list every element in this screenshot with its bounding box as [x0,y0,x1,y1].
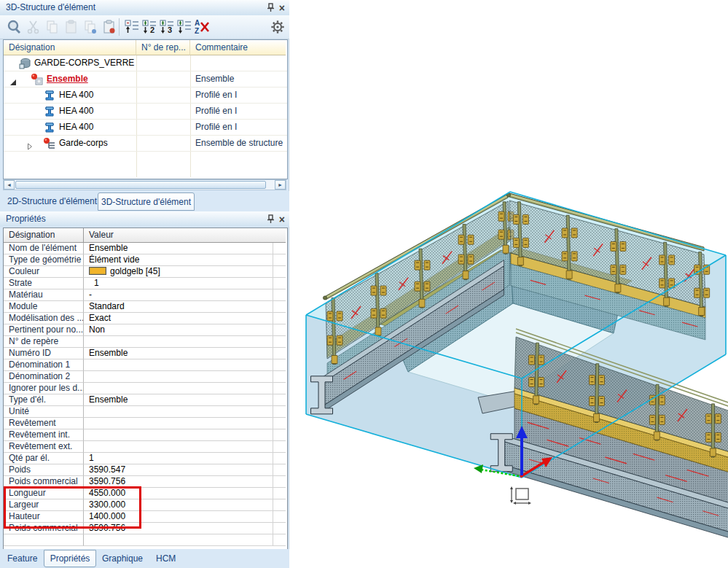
tab-hcm[interactable]: HCM [156,553,176,564]
column-header-repere[interactable]: N° de rep... [136,40,190,55]
properties-panel-titlebar: Propriétés × [0,211,289,227]
scroll-thumb[interactable] [15,181,266,189]
prop-row[interactable]: Numéro IDEnsemble [4,348,286,359]
horizontal-scrollbar[interactable]: ◄ ► [3,179,286,190]
scroll-left-button[interactable]: ◄ [4,180,15,190]
toolbar-expand-level-3-icon[interactable]: 3 [158,18,176,36]
prop-row[interactable]: Type d'él.Ensemble [4,394,286,406]
tree-item-icon-beam [43,121,56,137]
prop-header-valeur[interactable]: Valeur [84,228,286,243]
prop-row[interactable]: N° de repère [4,336,286,348]
tree-item-comment: Ensemble [195,71,234,87]
left-dock: 3D-Structure d'élément × 23AZ Désignatio… [0,0,289,568]
tree-item-label[interactable]: Ensemble [47,71,88,87]
close-icon[interactable]: × [279,3,285,13]
tree-expander[interactable] [26,140,34,153]
tree-item-icon-railing [43,137,56,153]
svg-text:Z: Z [195,27,199,35]
toolbar-paste-with-reference-icon[interactable] [101,18,118,36]
prop-row[interactable]: Largeur3300.000 [4,499,286,511]
prop-row[interactable]: Matériau- [4,289,286,301]
tree-item-icon-assembly [31,73,44,89]
properties-panel-title: Propriétés [6,214,46,224]
tree-row[interactable]: HEA 400Profilé en I [4,120,287,136]
tree-item-comment: Profilé en I [195,120,237,135]
toolbar-expand-all-icon[interactable] [176,18,193,36]
prop-row[interactable]: Hauteur1400.000 [4,511,286,523]
prop-row[interactable]: Poids commercial3590.756 [4,476,286,488]
tree-item-icon-beam [43,89,56,105]
tree-item-icon-beam [43,105,56,121]
tree-item-comment: Ensemble de structure [195,136,283,151]
toolbar-copy-icon[interactable] [44,18,61,36]
tree-row[interactable]: EnsembleEnsemble [4,71,287,87]
prop-row[interactable] [4,534,286,546]
toolbar-remove-sorting-icon[interactable]: AZ [193,18,211,36]
svg-text:A: A [195,19,200,27]
bottom-tabs: FeaturePropriétésGraphiqueHCM [0,549,289,568]
prop-row[interactable]: Strate1 [4,278,286,289]
tab-3d-structure[interactable]: 3D-Structure d'élément [98,192,195,211]
pin-icon[interactable] [267,3,275,12]
properties-table: DésignationValeurNom de l'élémentEnsembl… [3,227,288,551]
structure-panel-title: 3D-Structure d'élément [6,2,95,12]
prop-row[interactable]: ModuleStandard [4,301,286,313]
prop-row[interactable]: Couleurgoldgelb [45] [4,266,286,278]
structure-tabs: 2D-Structure d'élément3D-Structure d'élé… [0,191,289,211]
prop-row[interactable]: Modélisation des ...Exact [4,313,286,324]
tree-item-label[interactable]: GARDE-CORPS_VERRE [34,55,134,71]
prop-row[interactable]: Poids3590.547 [4,464,286,476]
prop-row[interactable]: Qté par él.1 [4,453,286,464]
toolbar-paste-icon[interactable] [63,18,80,36]
structure-toolbar: 23AZ [0,15,289,39]
tree-row[interactable]: HEA 400Profilé en I [4,87,287,104]
prop-row[interactable]: Longueur4550.000 [4,488,286,499]
tree-row[interactable]: Garde-corpsEnsemble de structure [4,136,287,152]
prop-row[interactable]: Revêtement ext. [4,441,286,453]
prop-header-designation[interactable]: Désignation [4,228,84,243]
prop-row[interactable]: Unité [4,406,286,418]
prop-row[interactable]: Poids commercial3590.756 [4,523,286,534]
tree-item-label[interactable]: HEA 400 [59,87,93,103]
scroll-right-button[interactable]: ► [275,180,286,190]
pin-icon[interactable] [267,214,275,224]
toolbar-copy-with-reference-icon[interactable] [82,18,99,36]
tab-2d-structure[interactable]: 2D-Structure d'élément [7,196,97,206]
prop-row[interactable]: Nom de l'élémentEnsemble [4,243,286,254]
column-header-commentaire[interactable]: Commentaire [190,40,286,55]
toolbar-expand-level-2-icon[interactable]: 2 [141,18,158,36]
tree-row[interactable]: GARDE-CORPS_VERRE [4,55,287,71]
structure-tree-table: DésignationN° de rep...CommentaireGARDE-… [3,39,288,179]
tree-item-label[interactable]: Garde-corps [59,136,108,151]
prop-row[interactable]: Revêtement [4,418,286,429]
close-icon[interactable]: × [279,214,285,225]
application-window: 3D-Structure d'élément × 23AZ Désignatio… [0,0,728,568]
toolbar-search-icon[interactable] [6,18,23,36]
toolbar-settings-icon[interactable] [269,18,286,36]
prop-row[interactable]: Dénomination 2 [4,371,286,383]
tab-feature[interactable]: Feature [7,553,37,564]
tree-item-icon-project [18,57,31,73]
structure-panel-titlebar: 3D-Structure d'élément × [0,0,289,15]
svg-text:2: 2 [150,26,154,34]
prop-row[interactable]: Ignorer pour les d... [4,383,286,394]
toolbar-cut-icon[interactable] [25,18,42,36]
tree-item-comment: Profilé en I [195,87,237,103]
column-header-designation[interactable]: Désignation [4,40,136,55]
viewport-3d[interactable] [289,0,728,568]
tab-graphique[interactable]: Graphique [102,553,143,564]
prop-row[interactable]: Pertinent pour no...Non [4,324,286,336]
tab-proprietes[interactable]: Propriétés [44,550,96,567]
svg-text:3: 3 [168,26,172,34]
tree-item-label[interactable]: HEA 400 [59,120,93,135]
toolbar-collapse-all-icon[interactable] [123,18,141,36]
tree-item-label[interactable]: HEA 400 [59,104,93,119]
prop-row[interactable]: Revêtement int. [4,429,286,441]
prop-row[interactable]: Dénomination 1 [4,359,286,371]
tree-row[interactable]: HEA 400Profilé en I [4,104,287,120]
tree-item-comment: Profilé en I [195,104,237,119]
prop-row[interactable]: Type de géométrieÉlément vide [4,254,286,266]
